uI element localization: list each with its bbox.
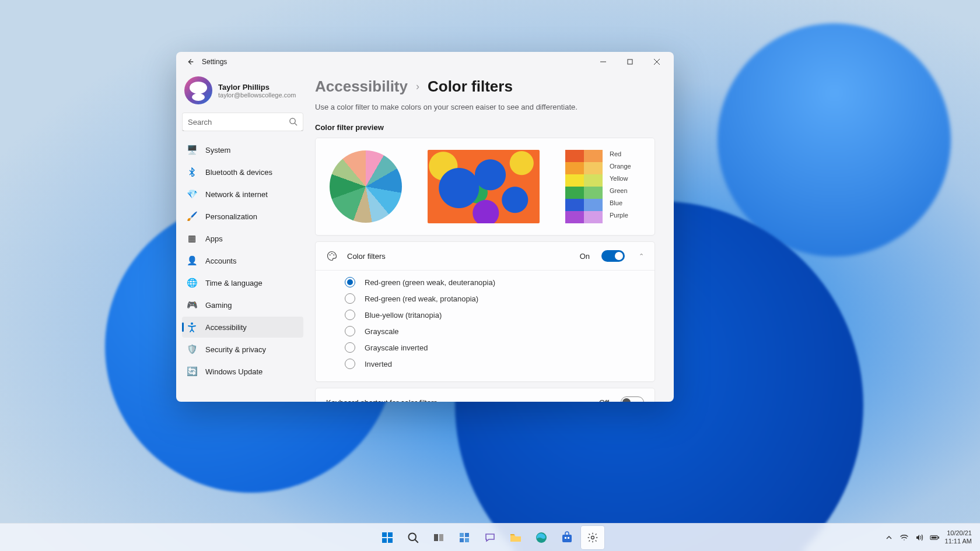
close-icon <box>654 59 660 65</box>
swatch <box>584 162 603 174</box>
keyboard-shortcut-card: Keyboard shortcut for color filters Off <box>315 388 655 402</box>
taskbar-chat[interactable] <box>478 526 502 549</box>
search-icon <box>407 532 419 543</box>
sidebar-item-system[interactable]: 🖥️System <box>182 139 303 160</box>
svg-rect-13 <box>460 533 464 537</box>
arrow-left-icon <box>186 58 194 66</box>
volume-icon <box>915 533 924 542</box>
taskbar-taskview[interactable] <box>427 526 450 549</box>
user-name: Taylor Phillips <box>218 83 296 92</box>
sidebar-item-time-language[interactable]: 🌐Time & language <box>182 272 303 293</box>
tray-overflow[interactable] <box>884 533 894 542</box>
sidebar-item-personalization[interactable]: 🖌️Personalization <box>182 206 303 227</box>
avatar <box>184 76 212 104</box>
svg-point-4 <box>331 253 332 254</box>
nav-icon: 🖥️ <box>187 145 197 155</box>
swatch <box>584 174 603 187</box>
sidebar-item-windows-update[interactable]: 🔄Windows Update <box>182 361 303 382</box>
swatch <box>565 187 584 199</box>
sidebar-item-gaming[interactable]: 🎮Gaming <box>182 294 303 315</box>
filter-radio-list: Red-green (green weak, deuteranopia)Red-… <box>316 270 654 381</box>
swatch <box>565 150 584 162</box>
radio-label: Red-green (green weak, deuteranopia) <box>365 278 495 287</box>
taskbar-explorer[interactable] <box>504 526 527 549</box>
swatch <box>565 211 584 223</box>
minimize-button[interactable] <box>590 52 617 72</box>
svg-rect-19 <box>565 537 566 539</box>
sidebar-item-network-internet[interactable]: 💎Network & internet <box>182 184 303 205</box>
minimize-icon <box>600 59 606 65</box>
search-input[interactable] <box>182 113 303 131</box>
sidebar-item-accounts[interactable]: 👤Accounts <box>182 250 303 271</box>
toggle-label: Color filters <box>347 252 386 261</box>
close-button[interactable] <box>643 52 670 72</box>
user-email: taylor@bellowscollege.com <box>218 92 296 99</box>
swatch <box>584 187 603 199</box>
svg-rect-24 <box>931 536 936 539</box>
content: Accessibility › Color filters Use a colo… <box>309 72 674 402</box>
color-filters-toggle[interactable] <box>601 250 625 262</box>
preview-card: RedOrangeYellowGreenBluePurple <box>315 138 655 236</box>
radio-label: Grayscale <box>365 327 399 336</box>
breadcrumb-parent[interactable]: Accessibility <box>315 78 408 96</box>
filter-radio-red-green-green-weak-deuteranopia[interactable]: Red-green (green weak, deuteranopia) <box>345 274 654 290</box>
page-description: Use a color filter to make colors on you… <box>315 103 655 111</box>
clock[interactable]: 10/20/21 11:11 AM <box>945 529 972 546</box>
sidebar-item-label: Network & internet <box>205 190 268 199</box>
nav-icon: ▦ <box>187 233 197 244</box>
widgets-icon <box>459 532 470 543</box>
color-filters-toggle-row[interactable]: Color filters On ⌃ <box>316 242 654 270</box>
swatch <box>565 199 584 211</box>
svg-point-5 <box>333 254 334 255</box>
swatch <box>584 211 603 223</box>
svg-rect-18 <box>562 535 572 542</box>
svg-rect-23 <box>938 536 939 539</box>
radio-icon <box>345 310 355 320</box>
radio-icon <box>345 342 355 353</box>
taskbar-settings[interactable] <box>581 526 604 549</box>
taskbar-edge[interactable] <box>530 526 553 549</box>
radio-icon <box>345 293 355 304</box>
color-filters-card: Color filters On ⌃ Red-green (green weak… <box>315 241 655 382</box>
svg-point-2 <box>191 322 193 325</box>
sidebar-item-apps[interactable]: ▦Apps <box>182 228 303 249</box>
back-button[interactable] <box>182 54 198 70</box>
palette-label: Yellow <box>610 174 631 183</box>
tray-wifi[interactable] <box>900 533 909 542</box>
swatch <box>584 199 603 211</box>
svg-rect-6 <box>382 532 387 537</box>
sidebar-item-security-privacy[interactable]: 🛡️Security & privacy <box>182 339 303 360</box>
chat-icon <box>484 532 496 543</box>
tray-volume[interactable] <box>915 533 924 542</box>
sidebar-item-label: Accessibility <box>205 323 247 332</box>
palette-label: Purple <box>610 211 631 220</box>
sidebar-item-label: Bluetooth & devices <box>205 168 272 177</box>
nav-icon: 💎 <box>187 189 197 199</box>
sidebar-item-label: Apps <box>205 234 223 243</box>
nav-icon: 🖌️ <box>187 211 197 222</box>
maximize-button[interactable] <box>617 52 643 72</box>
shortcut-toggle[interactable] <box>621 396 644 402</box>
filter-radio-grayscale-inverted[interactable]: Grayscale inverted <box>345 339 654 356</box>
wifi-icon <box>900 533 909 542</box>
keyboard-shortcut-row[interactable]: Keyboard shortcut for color filters Off <box>316 388 654 402</box>
filter-radio-red-green-red-weak-protanopia[interactable]: Red-green (red weak, protanopia) <box>345 290 654 307</box>
sidebar-item-bluetooth-devices[interactable]: Bluetooth & devices <box>182 162 303 183</box>
filter-radio-grayscale[interactable]: Grayscale <box>345 323 654 339</box>
chevron-up-icon <box>886 534 892 541</box>
app-title: Settings <box>202 58 227 66</box>
filter-radio-blue-yellow-tritanopia[interactable]: Blue-yellow (tritanopia) <box>345 307 654 323</box>
taskbar-store[interactable] <box>555 526 579 549</box>
sidebar-item-label: Windows Update <box>205 367 262 376</box>
sidebar-item-label: System <box>205 146 230 155</box>
taskbar-widgets[interactable] <box>453 526 476 549</box>
tray-battery[interactable] <box>930 533 939 542</box>
sidebar-item-accessibility[interactable]: Accessibility <box>182 317 303 338</box>
start-button[interactable] <box>376 526 399 549</box>
sidebar-item-label: Gaming <box>205 301 232 310</box>
profile[interactable]: Taylor Phillips taylor@bellowscollege.co… <box>182 74 303 113</box>
filter-radio-inverted[interactable]: Inverted <box>345 356 654 372</box>
nav: 🖥️SystemBluetooth & devices💎Network & in… <box>182 139 303 382</box>
nav-icon: 👤 <box>187 255 197 266</box>
taskbar-search[interactable] <box>401 526 425 549</box>
